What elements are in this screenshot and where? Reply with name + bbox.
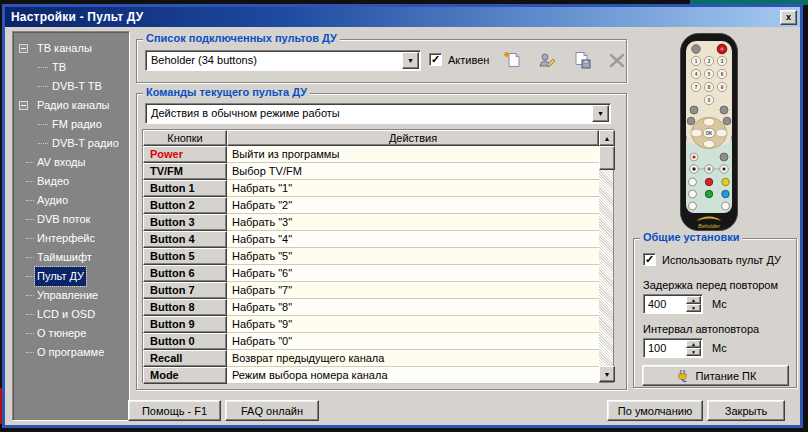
table-row[interactable]: TV/FMВыбор TV/FM — [143, 163, 599, 180]
chevron-down-icon[interactable] — [592, 105, 609, 122]
button-name-cell[interactable]: Button 9 — [143, 316, 227, 333]
faq-button[interactable]: FAQ онлайн — [225, 400, 319, 421]
close-button[interactable]: Закрыть — [707, 400, 785, 421]
button-name-cell[interactable]: Button 1 — [143, 180, 227, 197]
scrollbar-thumb[interactable] — [599, 146, 615, 170]
active-checkbox-row[interactable]: Активен — [429, 53, 489, 66]
button-name-cell[interactable]: Button 7 — [143, 282, 227, 299]
sidebar-item-2[interactable]: DVB-T ТВ — [13, 77, 129, 96]
general-group-title: Общие установки — [640, 231, 742, 243]
sidebar-item-4[interactable]: FM радио — [13, 115, 129, 134]
sidebar-item-9[interactable]: DVB поток — [13, 210, 129, 229]
table-row[interactable]: Button 6Набрать "6" — [143, 265, 599, 282]
use-remote-row[interactable]: Использовать пульт ДУ — [643, 253, 781, 266]
action-cell[interactable]: Набрать "1" — [227, 180, 599, 197]
repeat-spinner[interactable]: 100 — [643, 338, 703, 358]
button-name-cell[interactable]: Recall — [143, 350, 227, 367]
table-row[interactable]: Button 0Набрать "0" — [143, 333, 599, 350]
sidebar-item-16[interactable]: О программе — [13, 343, 129, 362]
table-row[interactable]: ModeРежим выбора номера канала — [143, 367, 599, 384]
sidebar-item-1[interactable]: ТВ — [13, 58, 129, 77]
pc-power-button-label: Питание ПК — [696, 370, 757, 382]
buttons-column-header[interactable]: Кнопки — [143, 130, 227, 146]
scroll-down-icon[interactable] — [599, 366, 615, 382]
sidebar-item-8[interactable]: Аудио — [13, 191, 129, 210]
titlebar[interactable]: Настройки - Пульт ДУ — [5, 7, 800, 27]
button-name-cell[interactable]: Mode — [143, 367, 227, 384]
sidebar-item-13[interactable]: Управление — [13, 286, 129, 305]
close-window-button[interactable]: x — [780, 10, 797, 25]
chevron-down-icon[interactable] — [402, 52, 419, 69]
tree-collapse-icon[interactable] — [19, 101, 28, 110]
use-remote-checkbox[interactable] — [643, 253, 656, 266]
command-mode-select[interactable]: Действия в обычном режиме работы — [145, 103, 611, 124]
sidebar-item-3[interactable]: Радио каналы — [13, 96, 129, 115]
table-row[interactable]: Button 3Набрать "3" — [143, 214, 599, 231]
table-row[interactable]: RecallВозврат предыдущего канала — [143, 350, 599, 367]
spin-down-icon[interactable] — [686, 304, 701, 312]
action-cell[interactable]: Режим выбора номера канала — [227, 367, 599, 384]
tree-collapse-icon[interactable] — [19, 44, 28, 53]
help-button[interactable]: Помощь - F1 — [128, 400, 221, 421]
svg-text:8: 8 — [708, 85, 711, 90]
table-row[interactable]: Button 5Набрать "5" — [143, 248, 599, 265]
spin-up-icon[interactable] — [686, 340, 701, 348]
sidebar-item-6[interactable]: AV входы — [13, 153, 129, 172]
button-name-cell[interactable]: Button 8 — [143, 299, 227, 316]
action-cell[interactable]: Набрать "9" — [227, 316, 599, 333]
sidebar-item-label: ТВ — [50, 58, 68, 77]
button-name-cell[interactable]: Button 3 — [143, 214, 227, 231]
repeat-value[interactable]: 100 — [644, 339, 685, 357]
button-name-cell[interactable]: Button 4 — [143, 231, 227, 248]
table-row[interactable]: Button 1Набрать "1" — [143, 180, 599, 197]
button-name-cell[interactable]: TV/FM — [143, 163, 227, 180]
new-remote-icon[interactable] — [501, 49, 523, 71]
spin-up-icon[interactable] — [686, 296, 701, 304]
table-header-row: Кнопки Действия — [143, 130, 599, 146]
button-name-cell[interactable]: Button 5 — [143, 248, 227, 265]
delay-spinner[interactable]: 400 — [643, 294, 703, 314]
button-name-cell[interactable]: Button 0 — [143, 333, 227, 350]
scroll-up-icon[interactable] — [599, 130, 615, 146]
button-name-cell[interactable]: Button 6 — [143, 265, 227, 282]
save-remote-icon[interactable] — [571, 49, 593, 71]
delete-remote-icon[interactable] — [606, 49, 628, 71]
sidebar-item-15[interactable]: О тюнере — [13, 324, 129, 343]
delay-label: Задержка перед повтором — [643, 279, 778, 291]
action-cell[interactable]: Набрать "7" — [227, 282, 599, 299]
table-row[interactable]: Button 9Набрать "9" — [143, 316, 599, 333]
spin-down-icon[interactable] — [686, 348, 701, 356]
edit-remote-icon[interactable] — [536, 49, 558, 71]
action-cell[interactable]: Набрать "6" — [227, 265, 599, 282]
sidebar-item-5[interactable]: DVB-T радио — [13, 134, 129, 153]
defaults-button[interactable]: По умолчанию — [607, 400, 703, 421]
action-cell[interactable]: Выйти из программы — [227, 146, 599, 163]
action-cell[interactable]: Набрать "5" — [227, 248, 599, 265]
action-cell[interactable]: Набрать "4" — [227, 231, 599, 248]
sidebar-item-12[interactable]: Пульт ДУ — [13, 267, 129, 286]
action-cell[interactable]: Возврат предыдущего канала — [227, 350, 599, 367]
sidebar-item-10[interactable]: Интерфейс — [13, 229, 129, 248]
table-row[interactable]: Button 2Набрать "2" — [143, 197, 599, 214]
table-row[interactable]: Button 8Набрать "8" — [143, 299, 599, 316]
sidebar-item-7[interactable]: Видео — [13, 172, 129, 191]
button-name-cell[interactable]: Power — [143, 146, 227, 163]
actions-column-header[interactable]: Действия — [227, 130, 599, 146]
table-row[interactable]: Button 4Набрать "4" — [143, 231, 599, 248]
sidebar-item-14[interactable]: LCD и OSD — [13, 305, 129, 324]
pc-power-button[interactable]: Питание ПК — [642, 365, 789, 386]
button-name-cell[interactable]: Button 2 — [143, 197, 227, 214]
table-row[interactable]: Button 7Набрать "7" — [143, 282, 599, 299]
action-cell[interactable]: Набрать "2" — [227, 197, 599, 214]
remote-select[interactable]: Beholder (34 buttons) — [145, 50, 421, 71]
action-cell[interactable]: Набрать "3" — [227, 214, 599, 231]
sidebar-item-0[interactable]: ТВ каналы — [13, 39, 129, 58]
delay-value[interactable]: 400 — [644, 295, 685, 313]
table-row[interactable]: PowerВыйти из программы — [143, 146, 599, 163]
table-scrollbar[interactable] — [599, 130, 613, 382]
action-cell[interactable]: Выбор TV/FM — [227, 163, 599, 180]
sidebar-item-11[interactable]: Таймшифт — [13, 248, 129, 267]
active-checkbox[interactable] — [429, 53, 442, 66]
action-cell[interactable]: Набрать "8" — [227, 299, 599, 316]
action-cell[interactable]: Набрать "0" — [227, 333, 599, 350]
